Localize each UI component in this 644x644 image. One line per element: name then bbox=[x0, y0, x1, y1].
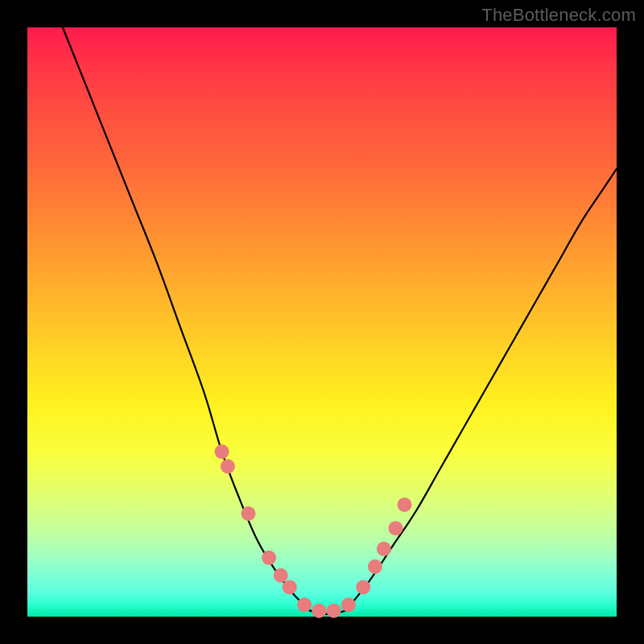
marker-dot bbox=[262, 551, 276, 565]
marker-dots bbox=[215, 444, 412, 618]
marker-dot bbox=[274, 568, 288, 583]
curve-svg bbox=[27, 27, 617, 617]
marker-dot bbox=[397, 497, 411, 512]
watermark-text: TheBottleneck.com bbox=[481, 5, 636, 26]
marker-dot bbox=[215, 444, 229, 459]
marker-dot bbox=[327, 604, 341, 618]
marker-dot bbox=[283, 580, 297, 594]
marker-dot bbox=[297, 597, 312, 612]
marker-dot bbox=[221, 459, 235, 473]
marker-dot bbox=[368, 559, 382, 574]
marker-dot bbox=[389, 521, 403, 535]
curve-left bbox=[63, 27, 310, 611]
marker-dot bbox=[341, 597, 356, 612]
marker-dot bbox=[356, 580, 370, 594]
marker-dot bbox=[377, 542, 391, 556]
plot-area bbox=[27, 27, 617, 617]
marker-dot bbox=[312, 604, 326, 618]
chart-stage: TheBottleneck.com bbox=[0, 0, 644, 644]
marker-dot bbox=[242, 506, 256, 521]
